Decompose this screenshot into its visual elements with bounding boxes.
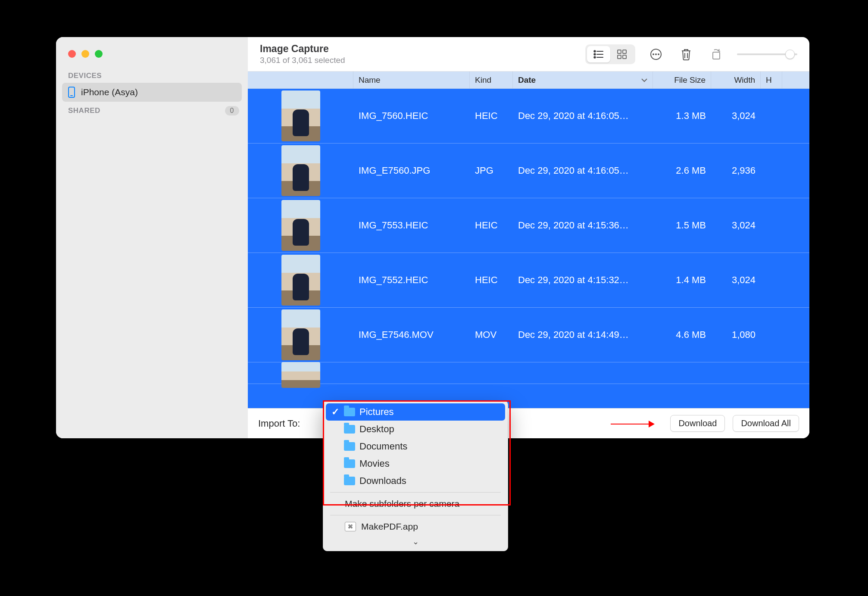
dropdown-item-pictures[interactable]: ✓Pictures	[326, 403, 505, 421]
more-options-button[interactable]	[646, 46, 665, 63]
title-block: Image Capture 3,061 of 3,061 selected	[260, 43, 345, 66]
cell-kind: HEIC	[470, 275, 513, 286]
thumbnail	[281, 200, 320, 251]
import-to-dropdown[interactable]: ✓PicturesDesktopDocumentsMoviesDownloads…	[323, 400, 508, 551]
table-row[interactable]: IMG_E7560.JPGJPGDec 29, 2020 at 4:16:05……	[248, 144, 809, 198]
cell-date: Dec 29, 2020 at 4:16:05…	[513, 165, 653, 176]
thumbnail	[281, 309, 320, 360]
cell-width: 3,024	[711, 275, 761, 286]
col-thumbnail[interactable]	[248, 72, 353, 88]
svg-point-4	[594, 53, 595, 55]
download-button[interactable]: Download	[670, 415, 725, 432]
image-capture-window: DEVICES iPhone (Asya) SHARED 0 Image Cap…	[56, 37, 809, 438]
dropdown-item-label: Movies	[359, 458, 390, 469]
grid-icon	[617, 50, 627, 59]
col-width[interactable]: Width	[711, 72, 761, 88]
table-row[interactable]: IMG_E7546.MOVMOVDec 29, 2020 at 4:14:49……	[248, 308, 809, 362]
svg-point-12	[655, 53, 657, 55]
dropdown-subfolders-option[interactable]: Make subfolders per camera	[326, 495, 505, 512]
selection-subtitle: 3,061 of 3,061 selected	[260, 55, 345, 66]
table-row[interactable]: IMG_7560.HEICHEICDec 29, 2020 at 4:16:05…	[248, 89, 809, 144]
import-to-label: Import To:	[258, 418, 300, 429]
dropdown-item-label: Documents	[359, 441, 407, 452]
table-row[interactable]: IMG_7552.HEICHEICDec 29, 2020 at 4:15:32…	[248, 253, 809, 308]
thumbnail	[281, 362, 320, 388]
dropdown-item-movies[interactable]: Movies	[326, 455, 505, 472]
svg-rect-9	[623, 55, 626, 59]
thumbnail	[281, 145, 320, 196]
close-icon[interactable]	[68, 50, 76, 58]
cell-kind: HEIC	[470, 110, 513, 122]
folder-icon	[344, 477, 355, 485]
sidebar-shared-label: SHARED	[68, 106, 100, 115]
chevron-down-icon[interactable]: ⌄	[326, 535, 505, 546]
zoom-track[interactable]	[737, 53, 797, 55]
svg-rect-8	[618, 55, 621, 59]
svg-rect-6	[618, 50, 621, 53]
dropdown-item-downloads[interactable]: Downloads	[326, 472, 505, 490]
cell-width: 3,024	[711, 110, 761, 122]
folder-icon	[344, 459, 355, 468]
table-row[interactable]: IMG_7553.HEICHEICDec 29, 2020 at 4:15:36…	[248, 198, 809, 253]
file-list[interactable]: IMG_7560.HEICHEICDec 29, 2020 at 4:16:05…	[248, 89, 809, 408]
window-controls	[56, 47, 248, 67]
minimize-icon[interactable]	[81, 50, 89, 58]
zoom-thumb[interactable]	[785, 50, 795, 59]
cell-date: Dec 29, 2020 at 4:15:32…	[513, 275, 653, 286]
svg-point-13	[658, 53, 659, 55]
annotation-arrow	[611, 424, 654, 424]
shared-count-badge: 0	[225, 106, 239, 115]
cell-size: 1.5 MB	[653, 220, 711, 231]
folder-icon	[344, 425, 355, 434]
thumbnail	[281, 90, 320, 141]
dropdown-app-option[interactable]: ⌘ MakePDF.app	[326, 518, 505, 535]
check-icon: ✓	[331, 406, 340, 418]
table-row[interactable]	[248, 362, 809, 384]
zoom-slider[interactable]	[737, 53, 797, 55]
cell-size: 1.3 MB	[653, 110, 711, 122]
cell-width: 1,080	[711, 329, 761, 340]
dropdown-item-label: Pictures	[359, 406, 393, 418]
cell-name: IMG_7553.HEIC	[353, 220, 470, 231]
trash-icon	[681, 48, 692, 61]
toolbar-controls	[585, 44, 797, 64]
cell-size: 2.6 MB	[653, 165, 711, 176]
cell-kind: JPG	[470, 165, 513, 176]
col-filesize[interactable]: File Size	[653, 72, 711, 88]
cell-date: Dec 29, 2020 at 4:14:49…	[513, 329, 653, 340]
col-name[interactable]: Name	[353, 72, 470, 88]
grid-view-button[interactable]	[610, 46, 634, 62]
dropdown-app-label: MakePDF.app	[361, 521, 418, 532]
folder-icon	[344, 408, 355, 416]
sidebar-heading-devices: DEVICES	[56, 67, 248, 83]
rotate-button[interactable]	[707, 46, 726, 63]
col-date[interactable]: Date	[513, 72, 653, 88]
col-kind[interactable]: Kind	[470, 72, 513, 88]
svg-rect-16	[713, 52, 720, 59]
dropdown-item-label: Downloads	[359, 475, 406, 487]
column-header: Name Kind Date File Size Width H	[248, 72, 809, 89]
cell-name: IMG_E7546.MOV	[353, 329, 470, 340]
dropdown-item-label: Desktop	[359, 424, 394, 435]
list-view-button[interactable]	[587, 46, 610, 62]
download-all-button[interactable]: Download All	[733, 415, 799, 432]
maximize-icon[interactable]	[95, 50, 103, 58]
svg-point-3	[594, 50, 595, 52]
view-mode-segmented	[585, 44, 635, 64]
cell-size: 1.4 MB	[653, 275, 711, 286]
delete-button[interactable]	[677, 46, 696, 63]
svg-rect-7	[623, 50, 626, 53]
phone-icon	[68, 87, 75, 98]
cell-date: Dec 29, 2020 at 4:15:36…	[513, 220, 653, 231]
dropdown-item-desktop[interactable]: Desktop	[326, 421, 505, 438]
col-date-label: Date	[518, 75, 536, 85]
folder-icon	[344, 442, 355, 451]
toolbar: Image Capture 3,061 of 3,061 selected	[248, 37, 809, 72]
col-height[interactable]: H	[761, 72, 782, 88]
window-title: Image Capture	[260, 43, 345, 55]
svg-point-5	[594, 56, 595, 58]
sidebar-item-device[interactable]: iPhone (Asya)	[62, 83, 242, 102]
list-icon	[593, 50, 604, 59]
dropdown-item-documents[interactable]: Documents	[326, 438, 505, 455]
sidebar-heading-shared: SHARED 0	[56, 102, 248, 118]
